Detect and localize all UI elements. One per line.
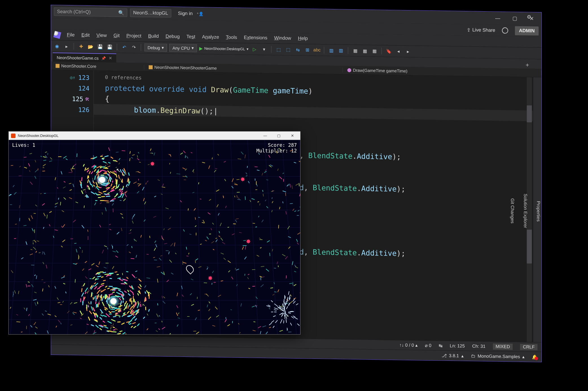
status-branch[interactable]: ⎇ 3.8.1 ▴ [442, 353, 464, 359]
line-num: 124 [51, 82, 93, 94]
tb-icon-4[interactable]: ⊞ [304, 46, 311, 53]
game-window: NeonShooter.DesktopGL ― ▢ ✕ Lives: 1 Sco… [8, 131, 300, 335]
maximize-button[interactable]: ▢ [508, 15, 522, 22]
project-context-chip[interactable]: NeonS…ktopGL [130, 8, 171, 18]
tb-icon-2[interactable]: ⬚ [284, 46, 292, 53]
redo-icon[interactable]: ↷ [130, 43, 137, 51]
particle-burst [264, 292, 300, 331]
line-num: 126 [51, 104, 93, 115]
search-icon: 🔍 [118, 10, 124, 16]
status-repo[interactable]: 🗀 MonoGame.Samples ▴ [471, 353, 525, 359]
enemy-gear [240, 177, 246, 182]
menu-analyze[interactable]: Analyze [199, 33, 222, 41]
game-titlebar: NeonShooter.DesktopGL ― ▢ ✕ [9, 132, 300, 140]
menu-project[interactable]: Project [124, 32, 144, 40]
tab-neonshootergame[interactable]: NeonShooterGame.cs 📌 ✕ [53, 53, 116, 62]
right-toolwindow-tabs: Properties Solution Explorer Git Changes [533, 77, 541, 342]
bookmark-prev-icon[interactable]: ◂ [395, 47, 402, 55]
play-icon: ▶ [199, 45, 203, 51]
line-num: ◎↑ 123 [51, 72, 93, 83]
crumb-method[interactable]: Draw(GameTime gameTime) [343, 67, 541, 75]
start-nodebug-icon[interactable]: ▷ [251, 45, 258, 53]
status-ln[interactable]: Ln: 125 [450, 343, 465, 349]
new-project-icon[interactable]: ✚ [77, 43, 85, 50]
mouse-cursor-icon: ↖ [116, 167, 121, 174]
minimap-viewport[interactable] [527, 105, 532, 122]
nav-back-icon[interactable]: ◉ [53, 42, 61, 50]
tb-icon-3[interactable]: ⇆ [294, 46, 301, 53]
dropdown-icon[interactable]: ▾ [260, 45, 268, 53]
enemy-gear [150, 161, 155, 167]
game-exe-icon [11, 134, 16, 138]
game-maximize-button[interactable]: ▢ [273, 134, 284, 138]
hud: Lives: 1 Score: 287 Multiplier: 12 [12, 142, 297, 154]
menu-debug[interactable]: Debug [163, 32, 183, 41]
enemy-gear [208, 276, 213, 281]
search-placeholder: Search (Ctrl+Q) [57, 9, 91, 15]
game-title-text: NeonShooter.DesktopGL [18, 134, 59, 138]
sign-in-link[interactable]: Sign in [178, 11, 193, 17]
tb-icon-7[interactable]: ▥ [337, 47, 345, 54]
tab-add-icon[interactable]: ＋ [525, 61, 530, 69]
admin-badge: ADMIN [515, 26, 539, 36]
open-icon[interactable]: 📂 [87, 43, 94, 50]
status-eol[interactable]: CRLF [520, 344, 537, 350]
tb-icon-9[interactable]: ▦ [361, 47, 368, 54]
tb-icon-5[interactable]: abc [313, 46, 321, 54]
notifications-icon[interactable]: 🔔 [532, 354, 537, 360]
status-ch[interactable]: Ch: 31 [472, 344, 485, 349]
share-icon: ⇪ [467, 27, 471, 33]
bookmark-next-icon[interactable]: ▸ [404, 48, 412, 55]
game-close-button[interactable]: ✕ [287, 134, 298, 138]
game-minimize-button[interactable]: ― [260, 134, 271, 138]
menu-help[interactable]: Help [295, 34, 311, 43]
start-debug-button[interactable]: ▶ NeonShooter.DesktopGL ▾ [199, 45, 249, 52]
minimize-button[interactable]: ― [491, 15, 505, 21]
screwdriver-icon[interactable]: 🛠 [85, 96, 89, 102]
menu-edit[interactable]: Edit [78, 31, 92, 39]
status-arrows[interactable]: ↑↓ 0 / 0 ▴ [400, 342, 418, 348]
nav-fwd-icon[interactable]: ▸ [63, 43, 70, 50]
menu-tools[interactable]: Tools [223, 33, 240, 41]
tb-icon-6[interactable]: ▥ [328, 47, 335, 54]
tb-icon-1[interactable]: ⬚ [275, 46, 282, 53]
tb-icon-10[interactable]: ▦ [371, 47, 378, 54]
status-char[interactable]: ↹ [439, 343, 442, 348]
pin-icon[interactable]: 📌 [101, 56, 106, 60]
menu-build[interactable]: Build [145, 32, 162, 40]
menu-test[interactable]: Test [184, 33, 198, 41]
status-indent[interactable]: MIXED [493, 343, 513, 350]
config-dropdown[interactable]: Debug ▾ [144, 43, 167, 52]
class-icon [149, 65, 153, 69]
game-canvas[interactable]: Lives: 1 Score: 287 Multiplier: 12 ↖ [9, 140, 300, 334]
tb-icon-8[interactable]: ▦ [352, 47, 359, 54]
live-share-button[interactable]: ⇪ Live Share [467, 27, 495, 34]
crumb-class[interactable]: NeonShooter.NeonShooterGame [144, 65, 343, 73]
menu-window[interactable]: Window [271, 34, 294, 42]
search-box[interactable]: Search (Ctrl+Q) 🔍 [54, 7, 127, 17]
tab-properties[interactable]: Properties [535, 198, 541, 224]
tab-git-changes[interactable]: Git Changes [509, 195, 515, 226]
interface-icon: ◎↑ [70, 75, 75, 80]
tab-close-icon[interactable]: ✕ [109, 56, 112, 61]
undo-icon[interactable]: ↶ [120, 43, 128, 51]
method-icon [347, 68, 351, 72]
notification-dot [535, 357, 538, 360]
tab-solution-explorer[interactable]: Solution Explorer [522, 191, 528, 231]
menu-file[interactable]: File [64, 31, 77, 39]
save-icon[interactable]: 💾 [96, 43, 104, 50]
bookmark-icon[interactable]: 🔖 [385, 47, 392, 55]
platform-dropdown[interactable]: Any CPU ▾ [169, 44, 197, 52]
settings-gear-icon[interactable]: ⚙ [527, 14, 531, 20]
save-all-icon[interactable]: 💾 [106, 43, 113, 51]
menu-git[interactable]: Git [111, 32, 122, 40]
menu-view[interactable]: View [94, 31, 110, 40]
account-icon[interactable] [502, 27, 508, 34]
line-num-current: 125 🛠 [51, 93, 93, 104]
menu-extensions[interactable]: Extensions [241, 34, 270, 42]
signin-add-icon[interactable]: ⁺👤 [197, 12, 203, 16]
csproj-icon [56, 64, 60, 68]
crumb-project[interactable]: NeonShooter.Core [51, 63, 144, 69]
status-errors[interactable]: ⌀ 0 [425, 343, 431, 348]
minimap-scroll-thumb[interactable] [527, 230, 532, 263]
